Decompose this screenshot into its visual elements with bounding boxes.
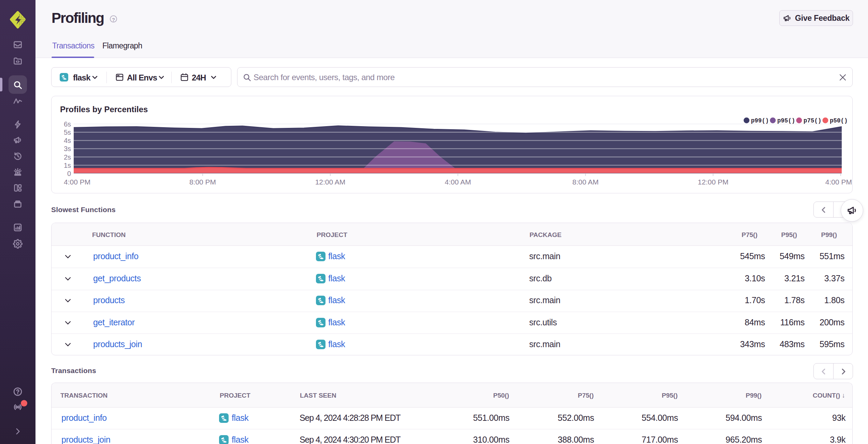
svg-text:3s: 3s bbox=[64, 145, 71, 152]
svg-text:4s: 4s bbox=[64, 137, 71, 144]
svg-text:0: 0 bbox=[67, 170, 71, 177]
svg-text:12:00 PM: 12:00 PM bbox=[698, 178, 728, 186]
svg-text:p50(): p50() bbox=[830, 117, 848, 124]
svg-text:8:00 PM: 8:00 PM bbox=[189, 178, 216, 186]
svg-text:6s: 6s bbox=[64, 120, 71, 128]
svg-text:p75(): p75() bbox=[804, 117, 822, 124]
svg-text:5s: 5s bbox=[64, 129, 71, 136]
svg-text:8:00 AM: 8:00 AM bbox=[572, 178, 598, 186]
svg-text:p99(): p99() bbox=[751, 117, 769, 124]
svg-text:4:00 PM: 4:00 PM bbox=[825, 178, 852, 186]
svg-text:4:00 AM: 4:00 AM bbox=[445, 178, 471, 186]
svg-text:12:00 AM: 12:00 AM bbox=[315, 178, 346, 186]
svg-text:p95(): p95() bbox=[777, 117, 795, 124]
svg-text:4:00 PM: 4:00 PM bbox=[64, 178, 90, 186]
svg-text:1s: 1s bbox=[64, 162, 71, 169]
svg-text:2s: 2s bbox=[64, 153, 71, 161]
